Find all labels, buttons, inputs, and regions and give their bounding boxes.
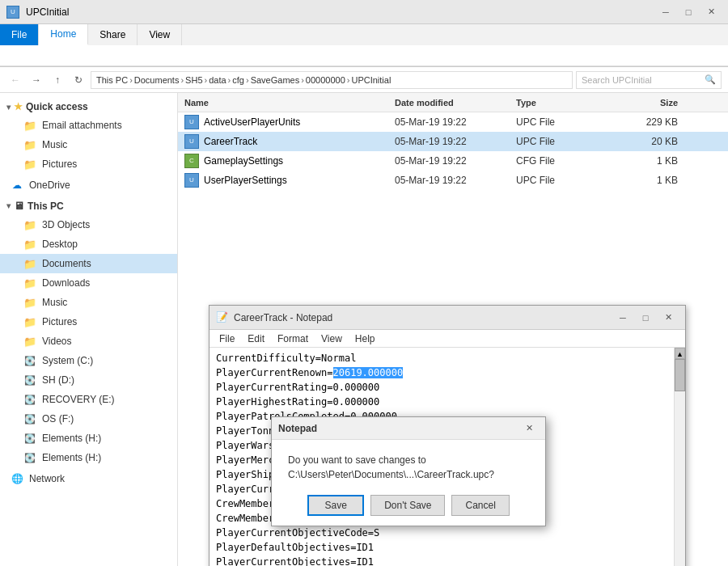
downloads-label: Downloads (42, 277, 90, 289)
dialog-close-button[interactable]: ✕ (519, 420, 539, 437)
breadcrumb-thispc[interactable]: This PC (96, 75, 128, 85)
sidebar-item-elements-h2[interactable]: Elements (H:) (0, 448, 177, 467)
elements-h2-label: Elements (H:) (42, 452, 101, 463)
col-type[interactable]: Type (516, 98, 613, 108)
file-date-1: 05-Mar-19 19:22 (395, 136, 516, 147)
sidebar-item-sh-d[interactable]: SH (D:) (0, 370, 177, 390)
file-type-3: UPC File (516, 175, 613, 186)
breadcrumb-upcInitial[interactable]: UPCInitial (351, 75, 391, 85)
dialog-save-button[interactable]: Save (307, 495, 364, 516)
search-box[interactable]: Search UPCInitial 🔍 (576, 71, 722, 89)
main-area: Quick access Email attachments Music Pic… (0, 93, 728, 566)
notepad-maximize[interactable]: □ (635, 309, 656, 327)
notepad-minimize[interactable]: ─ (612, 309, 633, 327)
sidebar-item-network[interactable]: Network (0, 469, 177, 488)
sidebar-item-pictures[interactable]: Pictures (0, 312, 177, 332)
sidebar-item-videos[interactable]: Videos (0, 332, 177, 351)
this-pc-chevron (6, 201, 11, 210)
sidebar-item-recovery-e[interactable]: RECOVERY (E:) (0, 390, 177, 409)
music-pc-icon (23, 295, 37, 310)
ribbon-tabs: File Home Share View (0, 24, 728, 45)
documents-label: Documents (42, 258, 91, 269)
tab-file[interactable]: File (0, 24, 39, 45)
col-name[interactable]: Name (184, 98, 395, 108)
col-size[interactable]: Size (613, 98, 678, 108)
sidebar-item-downloads[interactable]: Downloads (0, 273, 177, 293)
file-type-2: CFG File (516, 155, 613, 167)
table-row[interactable]: U UserPlayerSettings 05-Mar-19 19:22 UPC… (178, 171, 728, 190)
breadcrumb[interactable]: This PC › Documents › SH5 › data › cfg ›… (91, 71, 573, 89)
breadcrumb-00000000[interactable]: 00000000 (306, 75, 345, 85)
file-type-0: UPC File (516, 116, 613, 128)
sidebar-item-elements-h1[interactable]: Elements (H:) (0, 429, 177, 448)
music-folder-icon (23, 137, 37, 152)
maximize-button[interactable]: □ (678, 3, 699, 21)
notepad-menu-help[interactable]: Help (349, 332, 382, 346)
sidebar-item-3d-objects[interactable]: 3D Objects (0, 215, 177, 234)
nav-bar: ← → ↑ ↻ This PC › Documents › SH5 › data… (0, 67, 728, 93)
sidebar-item-desktop[interactable]: Desktop (0, 234, 177, 254)
drive-h2-icon (23, 450, 37, 465)
drive-c-icon (23, 353, 37, 368)
sidebar-item-music[interactable]: Music (0, 293, 177, 312)
tab-view[interactable]: View (138, 24, 182, 45)
file-size-3: 1 KB (613, 175, 678, 186)
documents-folder-icon (23, 256, 37, 271)
refresh-button[interactable]: ↻ (70, 71, 87, 89)
forward-button[interactable]: → (28, 71, 45, 89)
desktop-folder-icon (23, 237, 37, 251)
dialog-dont-save-button[interactable]: Don't Save (370, 495, 445, 516)
file-name-userplayersettings: U UserPlayerSettings (184, 173, 395, 188)
pictures-pc-label: Pictures (42, 316, 77, 327)
breadcrumb-sep6: › (301, 75, 304, 85)
dialog-cancel-button[interactable]: Cancel (451, 495, 509, 516)
sidebar-item-documents[interactable]: Documents (0, 254, 177, 273)
table-row[interactable]: U ActiveUserPlayerUnits 05-Mar-19 19:22 … (178, 112, 728, 132)
notepad-menu-file[interactable]: File (213, 332, 241, 346)
sidebar-item-email-attachments[interactable]: Email attachments (0, 116, 177, 135)
sidebar-item-pictures-qa[interactable]: Pictures (0, 154, 177, 174)
sidebar-item-system-c[interactable]: System (C:) (0, 351, 177, 370)
3d-folder-icon (23, 218, 37, 232)
file-date-2: 05-Mar-19 19:22 (395, 155, 516, 167)
back-button[interactable]: ← (6, 71, 24, 89)
breadcrumb-data[interactable]: data (209, 75, 226, 85)
notepad-scrollbar-vertical[interactable]: ▲ ▼ (674, 348, 685, 566)
notepad-highlighted-text: 20619.000000 (333, 367, 404, 378)
videos-folder-icon (23, 334, 37, 348)
file-icon-upc-career: U (184, 134, 199, 149)
quick-access-header[interactable]: Quick access (0, 98, 177, 116)
sidebar-item-os-f[interactable]: OS (F:) (0, 409, 177, 429)
breadcrumb-sep3: › (205, 75, 208, 85)
file-icon-upc-user: U (184, 173, 199, 188)
close-button[interactable]: ✕ (700, 3, 722, 21)
breadcrumb-sh5[interactable]: SH5 (185, 75, 202, 85)
title-bar-title: UPCInitial (26, 6, 69, 18)
breadcrumb-savegames[interactable]: SaveGames (251, 75, 300, 85)
tab-home[interactable]: Home (39, 24, 88, 45)
notepad-menu-format[interactable]: Format (271, 332, 315, 346)
this-pc-header[interactable]: This PC (0, 196, 177, 215)
file-date-0: 05-Mar-19 19:22 (395, 116, 516, 128)
minimize-button[interactable]: ─ (655, 3, 676, 21)
up-button[interactable]: ↑ (49, 71, 66, 89)
notepad-controls: ─ □ ✕ (612, 309, 679, 327)
notepad-close[interactable]: ✕ (658, 309, 679, 327)
sh-d-label: SH (D:) (42, 374, 74, 386)
pictures-folder-icon (23, 157, 37, 171)
breadcrumb-sep1: › (129, 75, 133, 85)
file-size-1: 20 KB (613, 136, 678, 147)
tab-share[interactable]: Share (88, 24, 138, 45)
col-date[interactable]: Date modified (395, 98, 516, 108)
music-qa-label: Music (42, 139, 67, 150)
table-row[interactable]: C GameplaySettings 05-Mar-19 19:22 CFG F… (178, 151, 728, 171)
sidebar-item-music-qa[interactable]: Music (0, 135, 177, 154)
notepad-menu-view[interactable]: View (315, 332, 349, 346)
notepad-title: CareerTrack - Notepad (234, 312, 612, 323)
breadcrumb-documents[interactable]: Documents (134, 75, 180, 85)
notepad-menu-edit[interactable]: Edit (241, 332, 271, 346)
breadcrumb-cfg[interactable]: cfg (232, 75, 244, 85)
dialog-title: Notepad (278, 423, 519, 434)
sidebar-item-onedrive[interactable]: OneDrive (0, 175, 177, 195)
table-row[interactable]: U CareerTrack 05-Mar-19 19:22 UPC File 2… (178, 132, 728, 151)
